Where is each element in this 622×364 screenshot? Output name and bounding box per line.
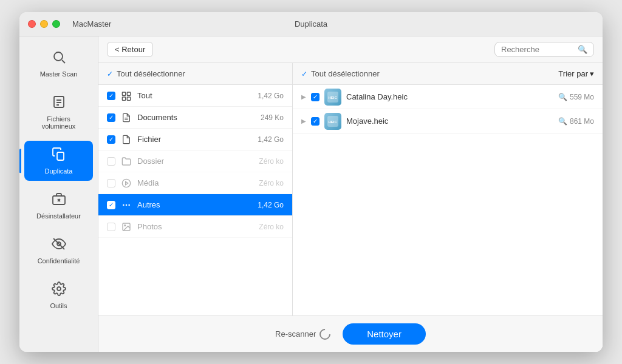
heic-icon-mojave: HEIC	[324, 113, 341, 130]
icon-documents	[120, 112, 132, 124]
sidebar-item-confidentialite[interactable]: Confidentialité	[24, 231, 93, 271]
file-name-fichier: Fichier	[137, 135, 258, 144]
left-pane: ✓ Tout désélectionner	[98, 63, 293, 315]
icon-media	[120, 177, 132, 189]
checkbox-fichier[interactable]	[107, 135, 115, 144]
file-name-autres: Autres	[137, 200, 258, 209]
left-select-all-check: ✓	[107, 70, 113, 78]
result-check-catalina[interactable]	[311, 93, 320, 101]
file-name-dossier: Dossier	[137, 157, 259, 166]
file-item-dossier[interactable]: Dossier Zéro ko	[98, 150, 292, 172]
svg-text:HEIC: HEIC	[329, 96, 338, 99]
rescan-icon	[318, 326, 333, 342]
topbar: < Retour 🔍	[98, 36, 603, 63]
split-pane: ✓ Tout désélectionner	[98, 63, 603, 315]
close-button[interactable]	[28, 20, 36, 28]
svg-rect-16	[127, 97, 130, 100]
file-item-autres[interactable]: Autres 1,42 Go	[98, 194, 292, 216]
icon-photos	[120, 221, 132, 233]
file-item-media[interactable]: Média Zéro ko	[98, 172, 292, 194]
sidebar-label-desinstallateur: Désinstallateur	[36, 212, 81, 220]
file-name-tout: Tout	[137, 91, 258, 100]
svg-point-0	[54, 52, 63, 61]
svg-point-19	[122, 179, 130, 187]
svg-text:HEIC: HEIC	[329, 120, 338, 124]
result-name-catalina: Catalina Day.heic	[346, 92, 558, 101]
result-item-mojave[interactable]: ▶ HEIC Mojave.heic 🔍 861 Mo	[293, 109, 603, 133]
svg-point-21	[126, 204, 126, 205]
search-icon: 🔍	[578, 45, 587, 54]
sidebar-item-master-scan[interactable]: Master Scan	[24, 44, 93, 84]
svg-point-22	[129, 204, 129, 205]
app-name: MacMaster	[72, 19, 111, 29]
search-input[interactable]	[501, 45, 574, 54]
file-size-photos: Zéro ko	[259, 223, 284, 231]
sidebar-item-fichiers-volumineux[interactable]: Fichiers volumineux	[24, 89, 93, 136]
file-item-fichier[interactable]: Fichier 1,42 Go	[98, 129, 292, 150]
svg-rect-6	[57, 152, 64, 160]
right-select-all[interactable]: ✓ Tout désélectionner	[301, 69, 380, 78]
sort-chevron-icon: ▾	[590, 69, 594, 78]
confidentialite-icon	[52, 237, 66, 255]
file-name-photos: Photos	[137, 222, 259, 231]
result-size-icon-catalina: 🔍	[558, 93, 567, 101]
sort-label: Trier par	[558, 69, 588, 78]
sidebar-label-fichiers-volumineux: Fichiers volumineux	[29, 115, 88, 130]
icon-dossier	[120, 155, 132, 167]
svg-rect-14	[127, 92, 130, 95]
svg-marker-20	[126, 181, 128, 184]
left-select-all-label: Tout désélectionner	[117, 69, 185, 78]
right-file-list: ▶ HEIC Catalina Day.heic 🔍 559 Mo	[293, 85, 603, 315]
result-size-mojave: 861 Mo	[570, 117, 594, 126]
checkbox-documents[interactable]	[107, 113, 115, 122]
result-name-mojave: Mojave.heic	[346, 116, 558, 126]
clean-button[interactable]: Nettoyer	[343, 323, 426, 345]
sidebar-item-outils[interactable]: Outils	[24, 275, 93, 315]
left-pane-header: ✓ Tout désélectionner	[98, 63, 292, 85]
minimize-button[interactable]	[40, 20, 48, 28]
checkbox-dossier[interactable]	[107, 157, 115, 166]
window-title: Duplicata	[295, 19, 327, 29]
file-size-dossier: Zéro ko	[259, 157, 284, 166]
right-select-all-label: Tout désélectionner	[311, 69, 380, 78]
svg-rect-15	[122, 97, 125, 100]
desinstallateur-icon	[52, 192, 66, 210]
bottombar: Re-scanner Nettoyer	[98, 315, 603, 352]
checkbox-media[interactable]	[107, 179, 115, 187]
result-size-catalina: 559 Mo	[570, 93, 594, 101]
expand-mojave-icon[interactable]: ▶	[301, 118, 306, 124]
checkbox-autres[interactable]	[107, 201, 115, 209]
sort-button[interactable]: Trier par ▾	[558, 69, 594, 78]
result-item-catalina[interactable]: ▶ HEIC Catalina Day.heic 🔍 559 Mo	[293, 85, 603, 109]
fichiers-icon	[52, 95, 66, 113]
sidebar: Master Scan Fichiers volumineux	[19, 36, 98, 352]
rescan-label: Re-scanner	[275, 329, 316, 339]
sidebar-label-confidentialite: Confidentialité	[38, 257, 80, 265]
file-item-tout[interactable]: Tout 1,42 Go	[98, 85, 292, 107]
search-box: 🔍	[494, 42, 594, 57]
left-select-all[interactable]: ✓ Tout désélectionner	[107, 69, 185, 78]
right-pane: ✓ Tout désélectionner Trier par ▾ ▶	[293, 63, 603, 315]
checkbox-photos[interactable]	[107, 223, 115, 231]
file-size-fichier: 1,42 Go	[258, 135, 284, 144]
file-size-documents: 249 Ko	[261, 113, 284, 122]
back-button[interactable]: < Retour	[107, 42, 153, 57]
file-item-documents[interactable]: Documents 249 Ko	[98, 107, 292, 129]
file-name-documents: Documents	[137, 113, 261, 122]
svg-point-23	[123, 204, 124, 205]
maximize-button[interactable]	[52, 20, 60, 28]
sidebar-item-duplicata[interactable]: Duplicata	[24, 141, 93, 181]
icon-autres	[120, 199, 132, 211]
titlebar: MacMaster Duplicata	[19, 12, 603, 36]
file-size-autres: 1,42 Go	[258, 201, 284, 209]
outils-icon	[52, 281, 66, 300]
checkbox-tout[interactable]	[107, 92, 115, 100]
file-item-photos[interactable]: Photos Zéro ko	[98, 216, 292, 238]
icon-fichier	[120, 133, 132, 146]
sidebar-label-duplicata: Duplicata	[45, 167, 73, 175]
result-check-mojave[interactable]	[311, 117, 320, 126]
expand-catalina-icon[interactable]: ▶	[301, 93, 306, 100]
file-name-media: Média	[137, 178, 259, 187]
rescan-button[interactable]: Re-scanner	[275, 329, 330, 340]
sidebar-item-desinstallateur[interactable]: Désinstallateur	[24, 186, 93, 226]
